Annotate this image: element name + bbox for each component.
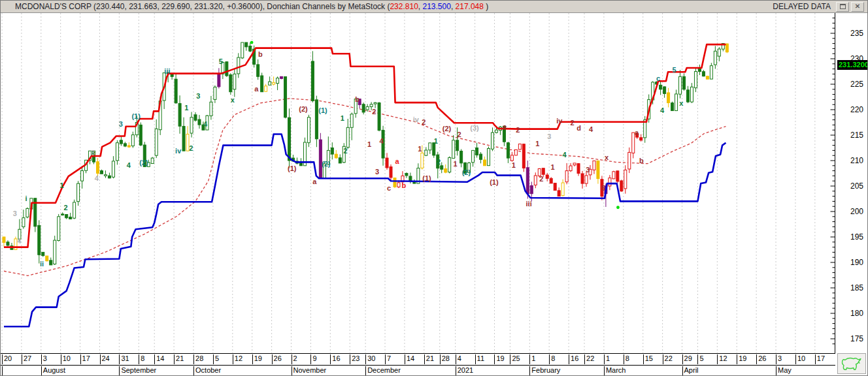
wave-label: 2	[516, 126, 520, 134]
wave-label: 2	[422, 118, 426, 126]
week-tick-label: 19	[737, 354, 756, 364]
wave-label: iv	[175, 147, 182, 155]
wave-label: 2	[189, 144, 193, 152]
wave-label: 3	[13, 210, 17, 217]
wave-label: b	[258, 50, 263, 58]
wave-label: 2	[458, 131, 461, 138]
svg-text:175: 175	[850, 334, 863, 343]
week-tick-label: 3	[776, 354, 795, 364]
bull-logo-icon	[839, 355, 864, 372]
symbol-name: MCDONALD'S CORP	[15, 2, 92, 11]
wave-label: x	[605, 153, 609, 161]
svg-text:180: 180	[850, 309, 863, 318]
wave-label: 1	[341, 114, 344, 122]
wave-label: 4	[203, 120, 208, 128]
week-tick-label: 10	[61, 354, 80, 364]
month-label: August	[41, 366, 120, 376]
wave-label: a	[312, 178, 317, 185]
month-label: February	[529, 366, 604, 376]
week-tick-label: 28	[440, 354, 456, 364]
month-label: March	[604, 366, 682, 376]
ohlc-values: (230.440, 231.663, 229.690, 231.320, +0.…	[92, 2, 263, 11]
svg-text:200: 200	[850, 207, 863, 216]
week-tick-label: 15	[643, 354, 663, 364]
metastock-logo-box	[837, 353, 866, 374]
wave-label: (1)	[490, 178, 499, 186]
wave-label: x	[231, 96, 235, 104]
chart-canvas[interactable]: 2352302252202152102052001951901851801753…	[1, 13, 868, 354]
indicator-value: 217.048	[456, 2, 484, 11]
week-tick-label: 19	[252, 354, 272, 364]
wave-label: (1)	[288, 164, 297, 172]
svg-text:225: 225	[850, 80, 863, 89]
wave-label: i	[25, 195, 27, 202]
wave-label: 2	[63, 204, 67, 212]
week-tick-label: 23	[350, 354, 365, 364]
wave-label: e	[503, 123, 507, 131]
svg-text:195: 195	[850, 232, 863, 242]
week-tick-label: 28	[193, 354, 213, 364]
week-tick-label: 14	[154, 354, 174, 364]
week-tick-label: 21	[424, 354, 440, 364]
wave-label: 5	[601, 184, 605, 192]
wave-label: iii	[526, 200, 532, 208]
month-label: 2021	[456, 366, 530, 376]
wave-label: 1	[535, 140, 539, 148]
week-tick-label: 16	[330, 354, 350, 364]
indicator-values: 232.810, 213.500, 217.048 )	[390, 2, 488, 11]
week-tick-label: 16	[569, 354, 584, 364]
week-tick-label: 27	[22, 354, 41, 364]
week-tick-label: 17	[80, 354, 100, 364]
week-tick-label: 26	[272, 354, 292, 364]
week-tick-label: 26	[756, 354, 776, 364]
week-tick-label: 29	[682, 354, 698, 364]
metastock-chart-window: MCDONALD'S CORP (230.440, 231.663, 229.6…	[0, 0, 868, 376]
wave-label: (2)	[299, 105, 308, 113]
wave-label: (1)	[318, 106, 327, 114]
wave-label: c	[656, 74, 660, 82]
indicator-value: 213.500	[422, 2, 450, 11]
week-tick-label: 22	[584, 354, 604, 364]
wave-label: c	[387, 184, 391, 192]
wave-label: iv	[413, 116, 420, 123]
week-tick-label: 12	[717, 354, 737, 364]
week-tick-label: 21	[174, 354, 193, 364]
wave-label: 4	[660, 106, 665, 114]
wave-label: b	[639, 157, 644, 164]
x-axis-week-row: 2027310172431814212851219262916233071421…	[1, 353, 835, 365]
wave-label: 1	[434, 137, 438, 145]
week-tick-label: 31	[119, 354, 139, 364]
week-tick-label: 25	[510, 354, 529, 364]
wave-label: 5	[672, 66, 676, 74]
wave-label: 3	[91, 149, 95, 157]
wave-label: (3)	[470, 124, 479, 132]
week-tick-label: 19	[494, 354, 510, 364]
svg-text:235: 235	[850, 29, 863, 38]
week-tick-label: 30	[365, 354, 385, 364]
wave-label: 2	[344, 147, 348, 155]
wave-label: a	[254, 85, 259, 93]
wave-label: 2	[570, 119, 574, 127]
week-tick-label: 9	[310, 354, 330, 364]
svg-text:220: 220	[850, 105, 863, 114]
month-label	[2, 366, 41, 376]
wave-label: 1	[418, 145, 422, 153]
week-tick-label: 11	[475, 354, 495, 364]
indicator-value: 232.810	[390, 2, 418, 11]
week-tick-label: 8	[139, 354, 154, 364]
week-tick-label: 10	[795, 354, 815, 364]
close-window-button[interactable]: ✕	[851, 2, 864, 12]
wave-label: 1	[551, 163, 555, 171]
wave-label: d	[576, 124, 581, 132]
week-tick-label: 2	[292, 354, 311, 364]
month-label: December	[365, 366, 456, 376]
svg-text:190: 190	[850, 258, 863, 267]
restore-window-button[interactable]	[836, 2, 849, 12]
wave-label: 4	[95, 174, 99, 182]
wave-label: 1	[367, 140, 371, 148]
wave-label: 2	[437, 158, 441, 166]
week-tick-label: 8	[549, 354, 569, 364]
week-tick-label: 1	[604, 354, 624, 364]
delayed-data-label: DELAYED DATA	[773, 2, 831, 11]
wave-label: 3	[586, 166, 590, 174]
